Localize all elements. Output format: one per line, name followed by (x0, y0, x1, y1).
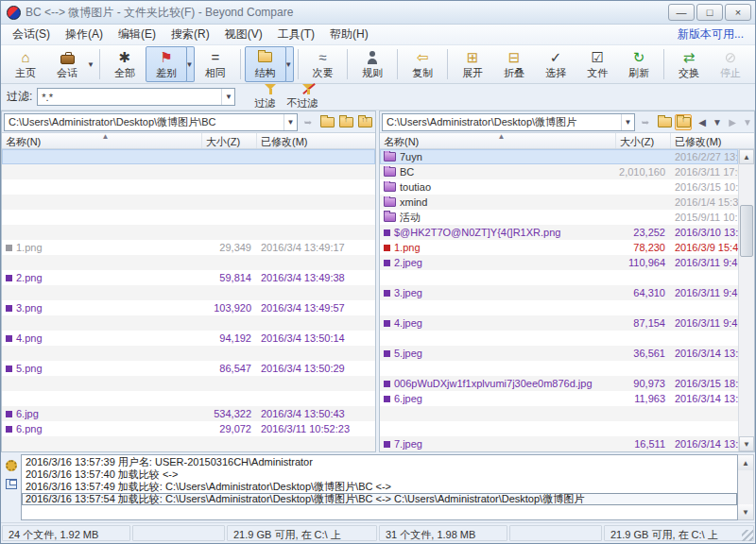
log-line-0[interactable]: 2016/3/16 13:57:39 用户名: USER-20150316CH\… (22, 456, 737, 468)
scrollbar-track[interactable] (739, 164, 754, 436)
right-row-4[interactable]: 活动2015/9/11 10:17:36 (380, 210, 738, 225)
right-pane-scrollbar[interactable]: ▲▼ (738, 149, 754, 451)
right-row-8[interactable] (380, 270, 738, 285)
minimize-button[interactable]: — (668, 4, 695, 21)
no-filter-button[interactable]: 不过滤 (281, 82, 323, 111)
chevron-down-icon[interactable]: ▼ (284, 114, 297, 130)
left-row-1[interactable] (2, 164, 375, 179)
menu-会话[interactable]: 会话(S) (5, 25, 58, 43)
scroll-down-icon[interactable]: ▼ (739, 436, 754, 451)
right-row-3[interactable]: xmind2016/1/4 15:32:39 (380, 195, 738, 210)
right-row-1[interactable]: BC2,010,1602016/3/11 17:00:23 (380, 164, 738, 179)
right-row-19[interactable]: 7.jpeg16,5112016/3/14 13:44:19 (380, 436, 738, 451)
left-row-13[interactable] (2, 346, 375, 361)
title-bar[interactable]: BC <--> 微博图片 - 文件夹比较(F) - Beyond Compare… (1, 1, 755, 25)
right-row-13[interactable]: 5.jpeg36,5612016/3/14 13:44:11 (380, 346, 738, 361)
chevron-down-icon[interactable]: ▼ (621, 114, 634, 130)
right-row-12[interactable] (380, 331, 738, 346)
browse-folder-icon[interactable] (318, 114, 335, 130)
left-row-15[interactable] (2, 376, 375, 391)
left-row-12[interactable]: 4.png94,1922016/3/4 13:50:14 (2, 331, 375, 346)
log-line-2[interactable]: 2016/3/16 13:57:49 加载比较: C:\Users\Admini… (22, 481, 737, 493)
resize-grip[interactable] (742, 530, 753, 541)
right-row-15[interactable]: 006pWuDXjw1f1xplvumi7j30ee0m876d.jpg90,9… (380, 376, 738, 391)
scrollbar-thumb[interactable] (740, 205, 753, 257)
left-row-5[interactable] (2, 225, 375, 240)
toolbar-all-button[interactable]: ✱全部 (104, 46, 146, 82)
toolbar-minor-button[interactable]: ≈次要 (301, 46, 343, 82)
save-log-icon[interactable] (6, 479, 17, 489)
left-row-14[interactable]: 5.png86,5472016/3/4 13:50:29 (2, 361, 375, 376)
left-row-16[interactable] (2, 391, 375, 406)
log-gear-icon[interactable] (6, 460, 17, 471)
menu-帮助[interactable]: 帮助(H) (322, 25, 376, 43)
right-row-2[interactable]: toutiao2016/3/15 10:04:39 (380, 179, 738, 195)
maximize-button[interactable]: □ (696, 4, 723, 21)
left-row-0[interactable] (2, 149, 375, 164)
toolbar-copy-button[interactable]: ⇦复制 (402, 46, 443, 82)
menu-搜索[interactable]: 搜索(R) (163, 25, 217, 43)
filter-combobox[interactable]: *.* ▼ (37, 88, 235, 106)
toolbar-select-button[interactable]: ✓选择 (535, 46, 576, 82)
column-header-modified[interactable]: 已修改(M) (257, 133, 375, 148)
left-row-9[interactable] (2, 285, 375, 300)
column-header-name[interactable]: 名称(N)▲ (380, 133, 616, 148)
toolbar-refresh-button[interactable]: ↻刷新 (618, 46, 660, 82)
menu-工具[interactable]: 工具(T) (270, 25, 322, 43)
right-path-combobox[interactable]: C:\Users\Administrator\Desktop\微博图片▼ (382, 113, 635, 131)
right-row-17[interactable] (380, 406, 738, 421)
right-row-5[interactable]: $@HK2T7O@N0ZT]Y{4(]R1XR.png23,2522016/3/… (380, 225, 738, 240)
left-row-3[interactable] (2, 195, 375, 210)
left-row-4[interactable] (2, 210, 375, 225)
scroll-up-icon[interactable]: ▲ (739, 149, 754, 164)
right-row-6[interactable]: 1.png78,2302016/3/9 15:45:18 (380, 240, 738, 255)
right-row-16[interactable]: 6.jpeg11,9632016/3/14 13:44:17 (380, 391, 738, 406)
column-header-name[interactable]: 名称(N)▲ (2, 133, 202, 148)
menu-操作[interactable]: 操作(A) (58, 25, 111, 43)
column-header-size[interactable]: 大小(Z) (202, 133, 257, 148)
right-row-7[interactable]: 2.jpeg110,9642016/3/11 9:45:20 (380, 255, 738, 270)
right-row-11[interactable]: 4.jpeg87,1542016/3/11 9:45:34 (380, 315, 738, 331)
right-row-18[interactable] (380, 421, 738, 436)
left-row-11[interactable] (2, 315, 375, 331)
column-header-size[interactable]: 大小(Z) (616, 133, 671, 148)
right-row-9[interactable]: 3.jpeg64,3102016/3/11 9:45:29 (380, 285, 738, 300)
left-path-combobox[interactable]: C:\Users\Administrator\Desktop\微博图片\BC▼ (4, 113, 298, 131)
right-row-14[interactable] (380, 361, 738, 376)
toolbar-diffs-button[interactable]: ⚑差别 (146, 46, 187, 82)
close-button[interactable]: × (725, 4, 751, 21)
right-row-0[interactable]: 7uyn2016/2/27 13:04:44 (380, 149, 738, 164)
left-row-6[interactable]: 1.png29,3492016/3/4 13:49:17 (2, 240, 375, 255)
toolbar-home-button[interactable]: ⌂主页 (5, 46, 46, 82)
right-row-10[interactable] (380, 300, 738, 315)
toolbar-swap-button[interactable]: ⇄交换 (668, 46, 710, 82)
log-scrollbar[interactable]: ▲ ▼ (738, 454, 754, 520)
left-row-8[interactable]: 2.png59,8142016/3/4 13:49:38 (2, 270, 375, 285)
back-icon[interactable]: ◀ (694, 114, 711, 130)
back-dropdown-icon[interactable]: ▼ (713, 114, 722, 130)
scroll-down-icon[interactable]: ▼ (738, 504, 753, 519)
left-row-2[interactable] (2, 179, 375, 195)
browse-folder-icon[interactable] (656, 114, 673, 130)
menu-视图[interactable]: 视图(V) (217, 25, 270, 43)
left-row-7[interactable] (2, 255, 375, 270)
chevron-down-icon[interactable]: ▼ (221, 89, 234, 105)
toolbar-same-button[interactable]: =相同 (195, 46, 236, 82)
up-two-levels-icon[interactable]: ↑↑ (356, 114, 373, 130)
parent-folder-icon[interactable]: ↑ (675, 114, 692, 130)
left-row-17[interactable]: 6.jpg534,3222016/3/4 13:50:43 (2, 406, 375, 421)
scroll-up-icon[interactable]: ▲ (738, 455, 753, 470)
log-line-1[interactable]: 2016/3/16 13:57:40 加载比较 <-> (22, 468, 737, 481)
toolbar-rules-button[interactable]: 规则 (352, 46, 393, 82)
log-line-3[interactable]: 2016/3/16 13:57:54 加载比较: C:\Users\Admini… (22, 493, 737, 505)
menu-编辑[interactable]: 编辑(E) (111, 25, 163, 43)
left-row-18[interactable]: 6.png29,0722016/3/11 10:52:23 (2, 421, 375, 436)
filter-button[interactable]: 过滤 (249, 82, 281, 111)
toolbar-expand-button[interactable]: ⊞展开 (452, 46, 493, 82)
toolbar-collapse-button[interactable]: ⊟折叠 (493, 46, 535, 82)
toolbar-sessions-button[interactable]: 会话 (46, 46, 88, 82)
parent-folder-icon[interactable]: ↑ (337, 114, 354, 130)
toolbar-files-button[interactable]: ☑文件 (576, 46, 618, 82)
left-row-19[interactable] (2, 436, 375, 451)
toolbar-structure-button[interactable]: 结构 (245, 46, 286, 82)
